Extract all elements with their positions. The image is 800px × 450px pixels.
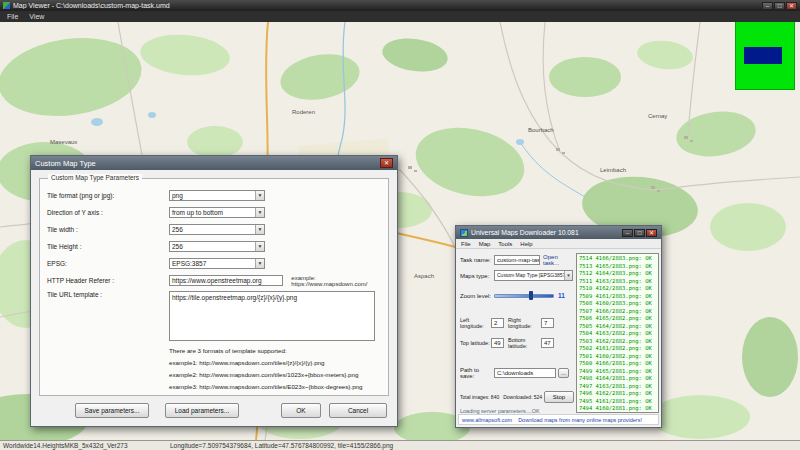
umd-menu-item[interactable]: Map xyxy=(479,241,491,247)
log-entry: 7510 4162/2883.png: OK xyxy=(579,285,658,293)
close-icon[interactable]: ✕ xyxy=(786,2,797,10)
log-entry: 7497 4163/2881.png: OK xyxy=(579,383,658,391)
zoom-value: 11 xyxy=(558,292,565,299)
left-longitude-label: Left longitude: xyxy=(460,317,491,329)
download-log-list[interactable]: 7514 4166/2883.png: OK7513 4165/2883.png… xyxy=(576,253,659,413)
referer-label: HTTP Header Referer : xyxy=(47,277,169,284)
window-title: Map Viewer - C:\downloads\custom-map-tas… xyxy=(13,2,759,9)
left-longitude-input[interactable]: 2 xyxy=(491,318,504,328)
umd-app-icon xyxy=(460,229,468,237)
zoom-slider-thumb[interactable] xyxy=(529,291,533,300)
log-entry: 7502 4161/2882.png: OK xyxy=(579,345,658,353)
template-label: Tile URL template : xyxy=(47,291,169,298)
map-label: Leimbach xyxy=(600,167,626,173)
slogan-text: Download maps from many online maps prov… xyxy=(518,417,642,423)
umd-window: Universal Maps Downloader 10.081 – □ ✕ F… xyxy=(455,225,662,428)
log-entry: 7514 4166/2883.png: OK xyxy=(579,255,658,263)
zoom-level-label: Zoom level: xyxy=(460,293,494,299)
parameter-row: Direction of Y axis : from up to bottom … xyxy=(47,204,382,221)
combobox-value: EPSG:3857 xyxy=(172,260,206,267)
minimize-icon[interactable]: – xyxy=(622,229,633,237)
task-name-label: Task name: xyxy=(460,257,494,263)
combobox-value: from up to bottom xyxy=(172,209,223,216)
map-label: Bourbach xyxy=(528,127,554,133)
umd-menu-item[interactable]: Tools xyxy=(498,241,512,247)
umd-footer: www.allmapsoft.com Download maps from ma… xyxy=(458,414,659,425)
log-entry: 7512 4164/2883.png: OK xyxy=(579,270,658,278)
browse-button[interactable]: ... xyxy=(558,368,569,378)
status-dataset: Worldwide14.HeightsMKB_5x432d_Ver273 xyxy=(3,442,128,449)
referer-row: HTTP Header Referer : https://www.openst… xyxy=(47,272,382,289)
chevron-down-icon[interactable]: ▼ xyxy=(255,242,264,251)
template-help: There are 3 formats of template supporte… xyxy=(169,345,382,393)
maps-type-value: Custom Map Type [EPSG3857 and EPSG4326 s… xyxy=(497,272,573,278)
chevron-down-icon[interactable]: ▼ xyxy=(564,271,572,280)
task-row: Task name: custom-map-task.umd Open task… xyxy=(460,254,574,266)
maximize-icon[interactable]: □ xyxy=(634,229,645,237)
referer-input[interactable]: https://www.openstreetmap.org xyxy=(169,275,283,286)
parameter-combobox[interactable]: from up to bottom ▼ xyxy=(169,207,265,218)
menu-item[interactable]: View xyxy=(29,13,44,20)
log-entry: 7504 4163/2882.png: OK xyxy=(579,330,658,338)
status-bar: Worldwide14.HeightsMKB_5x432d_Ver273 Lon… xyxy=(0,440,800,450)
log-entry: 7503 4162/2882.png: OK xyxy=(579,338,658,346)
top-latitude-input[interactable]: 49 xyxy=(491,338,504,348)
zoom-slider-track xyxy=(494,294,554,298)
maps-type-row: Maps type: Custom Map Type [EPSG3857 and… xyxy=(460,270,574,281)
load-parameters-button[interactable]: Load parameters... xyxy=(165,403,239,418)
umd-menu-item[interactable]: Help xyxy=(520,241,532,247)
status-coordinates: Longitude=7.509754379684, Latitude=47.57… xyxy=(170,442,393,449)
parameter-combobox[interactable]: EPSG:3857 ▼ xyxy=(169,258,265,269)
cancel-button[interactable]: Cancel xyxy=(329,403,387,418)
parameter-label: Tile Height : xyxy=(47,243,169,250)
map-label: Roderen xyxy=(292,109,315,115)
chevron-down-icon[interactable]: ▼ xyxy=(255,208,264,217)
parameter-label: Direction of Y axis : xyxy=(47,209,169,216)
maximize-icon[interactable]: □ xyxy=(774,2,785,10)
close-icon[interactable]: ✕ xyxy=(380,158,393,168)
ok-button[interactable]: OK xyxy=(281,403,321,418)
total-images-label: Total images: 840 xyxy=(460,394,499,400)
parameter-combobox[interactable]: 256 ▼ xyxy=(169,224,265,235)
zoom-slider[interactable] xyxy=(494,291,554,300)
menu-bar: FileView xyxy=(0,11,800,22)
log-entry: 7513 4165/2883.png: OK xyxy=(579,263,658,271)
parameter-row: Tile width : 256 ▼ xyxy=(47,221,382,238)
umd-menu-item[interactable]: File xyxy=(461,241,471,247)
group-title: Custom Map Type Parameters xyxy=(48,174,142,181)
parameter-combobox[interactable]: png ▼ xyxy=(169,190,265,201)
log-entry: 7506 4165/2882.png: OK xyxy=(579,315,658,323)
custom-dialog-title: Custom Map Type xyxy=(35,159,377,168)
chevron-down-icon[interactable]: ▼ xyxy=(255,191,264,200)
template-help-line: example1: http://www.mapsdown.com/tiles/… xyxy=(169,357,382,369)
parameter-combobox[interactable]: 256 ▼ xyxy=(169,241,265,252)
chevron-down-icon[interactable]: ▼ xyxy=(255,259,264,268)
right-longitude-input[interactable]: 7 xyxy=(541,318,554,328)
bottom-latitude-input[interactable]: 47 xyxy=(541,338,554,348)
longitude-row: Left longitude: 2 Right longitude: 7 xyxy=(460,317,574,329)
close-icon[interactable]: ✕ xyxy=(646,229,657,237)
open-task-link[interactable]: Open task... xyxy=(543,254,574,266)
website-link[interactable]: www.allmapsoft.com xyxy=(462,417,512,423)
maps-type-combobox[interactable]: Custom Map Type [EPSG3857 and EPSG4326 s… xyxy=(494,270,573,281)
downloaded-label: Downloaded: 524 xyxy=(503,394,542,400)
stop-button[interactable]: Stop xyxy=(544,391,574,403)
combobox-value: 256 xyxy=(172,243,183,250)
chevron-down-icon[interactable]: ▼ xyxy=(255,225,264,234)
log-entry: 7501 4160/2882.png: OK xyxy=(579,353,658,361)
custom-dialog-titlebar[interactable]: Custom Map Type ✕ xyxy=(31,156,397,170)
path-input[interactable]: C:\downloads xyxy=(494,368,556,378)
menu-item[interactable]: File xyxy=(7,13,18,20)
tile-url-template-input[interactable]: https://tile.openstreetmap.org/{z}/{x}/{… xyxy=(169,291,375,341)
task-name-input[interactable]: custom-map-task.umd xyxy=(494,255,540,265)
path-to-save-label: Path to save: xyxy=(460,367,494,379)
parameter-row: Tile format (png or jpg): png ▼ xyxy=(47,187,382,204)
log-entry: 7511 4163/2883.png: OK xyxy=(579,278,658,286)
umd-titlebar[interactable]: Universal Maps Downloader 10.081 – □ ✕ xyxy=(456,226,661,239)
map-viewer-window: Map Viewer - C:\downloads\custom-map-tas… xyxy=(0,0,800,450)
minimize-icon[interactable]: – xyxy=(762,2,773,10)
log-entry: 7495 4161/2881.png: OK xyxy=(579,398,658,406)
save-parameters-button[interactable]: Save parameters... xyxy=(75,403,149,418)
template-help-line: There are 3 formats of template supporte… xyxy=(169,345,382,357)
template-row: Tile URL template : https://tile.openstr… xyxy=(47,289,382,345)
